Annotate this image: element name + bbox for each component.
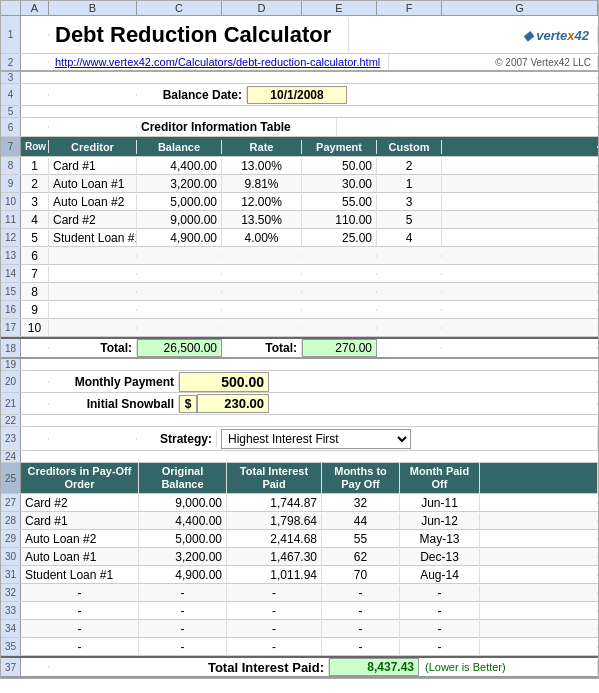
creditor-balance-10[interactable]: [137, 327, 222, 329]
strategy-select[interactable]: Highest Interest First Lowest Balance Fi…: [221, 429, 411, 449]
row-num-31: 31: [1, 566, 21, 583]
row-num-6: 6: [1, 118, 21, 136]
creditor-balance-9[interactable]: [137, 309, 222, 311]
monthly-payment-label: Monthly Payment: [49, 374, 179, 390]
creditor-rate-3[interactable]: 12.00%: [222, 194, 302, 210]
creditor-rate-9[interactable]: [222, 309, 302, 311]
col-payment: Payment: [302, 140, 377, 154]
row-19: 19: [1, 359, 598, 371]
creditor-custom-8[interactable]: [377, 291, 442, 293]
monthly-payment-input[interactable]: 500.00: [179, 372, 269, 392]
sum-interest-4: 1,467.30: [227, 549, 322, 565]
balance-date-label: Balance Date:: [137, 87, 247, 103]
sum-interest-2: 1,798.64: [227, 513, 322, 529]
creditor-name-3[interactable]: Auto Loan #2: [49, 194, 137, 210]
creditor-payment-10[interactable]: [302, 327, 377, 329]
balance-date-input[interactable]: 10/1/2008: [247, 86, 347, 104]
creditor-payment-9[interactable]: [302, 309, 377, 311]
cell-4a: [21, 94, 49, 96]
monthly-payment-row: 20 Monthly Payment 500.00: [1, 371, 598, 393]
creditor-custom-2[interactable]: 1: [377, 176, 442, 192]
creditor-row-num-2: 2: [21, 176, 49, 192]
creditor-payment-7[interactable]: [302, 273, 377, 275]
creditor-custom-5[interactable]: 4: [377, 230, 442, 246]
creditor-name-1[interactable]: Card #1: [49, 158, 137, 174]
strategy-select-cell[interactable]: Highest Interest First Lowest Balance Fi…: [217, 428, 598, 450]
creditor-extra-2: [442, 183, 598, 185]
row-num-24: 24: [1, 451, 21, 462]
app-title: Debt Reduction Calculator: [49, 18, 349, 52]
sum-months-7: -: [322, 603, 400, 619]
sum-months-9: -: [322, 639, 400, 655]
creditor-balance-4[interactable]: 9,000.00: [137, 212, 222, 228]
creditor-balance-6[interactable]: [137, 255, 222, 257]
title-row: 1 Debt Reduction Calculator ◆ vertex42: [1, 16, 598, 54]
creditor-name-4[interactable]: Card #2: [49, 212, 137, 228]
snowball-input[interactable]: 230.00: [197, 394, 269, 413]
creditor-rate-2[interactable]: 9.81%: [222, 176, 302, 192]
creditor-name-5[interactable]: Student Loan #1: [49, 230, 137, 246]
creditor-custom-7[interactable]: [377, 273, 442, 275]
creditor-custom-9[interactable]: [377, 309, 442, 311]
creditor-name-10[interactable]: [49, 327, 137, 329]
sum-months-3: 55: [322, 531, 400, 547]
sum-col-month-paid: Month Paid Off: [400, 463, 480, 493]
sum-balance-1: 9,000.00: [139, 495, 227, 511]
creditor-rate-4[interactable]: 13.50%: [222, 212, 302, 228]
total-interest-row: 37 Total Interest Paid: 8,437.43 (Lower …: [1, 656, 598, 678]
creditor-name-2[interactable]: Auto Loan #1: [49, 176, 137, 192]
lower-is-better: (Lower is Better): [419, 660, 598, 674]
table-col-headers: 7 Row Creditor Balance Rate Payment Cust…: [1, 137, 598, 157]
website-link[interactable]: http://www.vertex42.com/Calculators/debt…: [49, 54, 389, 70]
creditor-payment-4[interactable]: 110.00: [302, 212, 377, 228]
creditor-row-5: 12 5 Student Loan #1 4,900.00 4.00% 25.0…: [1, 229, 598, 247]
initial-snowball-label: Initial Snowball: [49, 396, 179, 412]
sum-creditor-2: Card #1: [21, 513, 139, 529]
creditor-rate-5[interactable]: 4.00%: [222, 230, 302, 246]
col-custom: Custom: [377, 140, 442, 154]
creditor-custom-6[interactable]: [377, 255, 442, 257]
creditor-balance-5[interactable]: 4,900.00: [137, 230, 222, 246]
creditor-balance-3[interactable]: 5,000.00: [137, 194, 222, 210]
creditor-name-6[interactable]: [49, 255, 137, 257]
sum-balance-7: -: [139, 603, 227, 619]
creditor-rate-1[interactable]: 13.00%: [222, 158, 302, 174]
row-num-1: 1: [1, 16, 21, 53]
creditor-rate-6[interactable]: [222, 255, 302, 257]
creditor-payment-1[interactable]: 50.00: [302, 158, 377, 174]
creditor-balance-1[interactable]: 4,400.00: [137, 158, 222, 174]
creditor-rate-10[interactable]: [222, 327, 302, 329]
creditor-payment-3[interactable]: 55.00: [302, 194, 377, 210]
sum-creditor-5: Student Loan #1: [21, 567, 139, 583]
creditor-payment-8[interactable]: [302, 291, 377, 293]
creditor-row-2: 9 2 Auto Loan #1 3,200.00 9.81% 30.00 1: [1, 175, 598, 193]
row-num-27: 27: [1, 494, 21, 511]
cell-6a: [21, 126, 49, 128]
creditor-name-8[interactable]: [49, 291, 137, 293]
sum-extra-2: [480, 520, 598, 522]
row-num-18: 18: [1, 339, 21, 357]
row-num-25: 25: [1, 463, 21, 493]
summary-row-7: 33 - - - - -: [1, 602, 598, 620]
creditor-custom-3[interactable]: 3: [377, 194, 442, 210]
sum-interest-9: -: [227, 639, 322, 655]
creditor-rate-8[interactable]: [222, 291, 302, 293]
cell-2a: [21, 61, 49, 63]
creditor-balance-8[interactable]: [137, 291, 222, 293]
total-label-payment: Total:: [222, 340, 302, 356]
creditor-balance-2[interactable]: 3,200.00: [137, 176, 222, 192]
creditor-extra-6: [442, 255, 598, 257]
creditor-payment-5[interactable]: 25.00: [302, 230, 377, 246]
creditor-balance-7[interactable]: [137, 273, 222, 275]
creditor-name-9[interactable]: [49, 309, 137, 311]
sum-months-6: -: [322, 585, 400, 601]
creditor-rate-7[interactable]: [222, 273, 302, 275]
creditor-payment-2[interactable]: 30.00: [302, 176, 377, 192]
creditor-custom-10[interactable]: [377, 327, 442, 329]
creditor-extra-1: [442, 165, 598, 167]
creditor-payment-6[interactable]: [302, 255, 377, 257]
creditor-custom-4[interactable]: 5: [377, 212, 442, 228]
creditor-custom-1[interactable]: 2: [377, 158, 442, 174]
creditor-name-7[interactable]: [49, 273, 137, 275]
sum-interest-3: 2,414.68: [227, 531, 322, 547]
